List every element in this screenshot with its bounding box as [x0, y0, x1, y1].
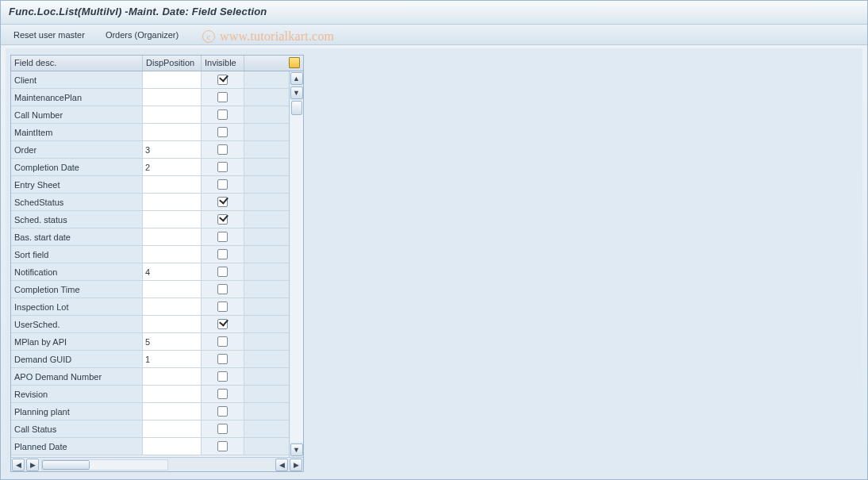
invisible-checkbox[interactable] [217, 92, 228, 102]
invisible-checkbox[interactable] [217, 301, 228, 312]
table-row[interactable]: Planning plant [11, 403, 289, 420]
scroll-right-end-button[interactable]: ▶ [290, 459, 302, 471]
col-header-field-desc[interactable]: Field desc. [11, 56, 143, 71]
table-row[interactable]: Inspection Lot [11, 298, 289, 316]
invisible-checkbox[interactable] [217, 319, 228, 329]
table-row[interactable]: Bas. start date [11, 228, 289, 246]
invisible-checkbox[interactable] [217, 232, 228, 242]
table-row[interactable]: Revision [11, 386, 289, 403]
reset-user-master-button[interactable]: Reset user master [9, 29, 90, 41]
invisible-checkbox[interactable] [217, 424, 228, 434]
disp-position-cell [143, 316, 202, 332]
scroll-down-button[interactable]: ▼ [290, 86, 303, 99]
disp-position-input[interactable] [143, 106, 201, 123]
disp-position-cell [143, 386, 202, 402]
scroll-up-button[interactable]: ▲ [290, 72, 303, 85]
invisible-cell [202, 316, 244, 332]
horizontal-scrollbar[interactable]: ◀ ▶ ◀ ▶ [11, 457, 303, 471]
disp-position-input[interactable] [143, 228, 201, 245]
disp-position-cell [143, 228, 202, 245]
vertical-scroll-thumb[interactable] [291, 101, 302, 115]
invisible-checkbox[interactable] [217, 389, 228, 399]
disp-position-input[interactable] [143, 263, 201, 280]
table-settings-icon[interactable] [289, 57, 300, 68]
disp-position-input[interactable] [143, 368, 201, 385]
table-row[interactable]: Client [11, 71, 289, 89]
invisible-cell [202, 281, 244, 298]
disp-position-input[interactable] [143, 211, 201, 228]
disp-position-input[interactable] [143, 159, 201, 175]
invisible-checkbox[interactable] [217, 406, 228, 417]
table-row[interactable]: Entry Sheet [11, 176, 289, 194]
table-row[interactable]: Call Status [11, 420, 289, 438]
table-row[interactable]: MaintenancePlan [11, 89, 289, 106]
disp-position-input[interactable] [143, 438, 201, 455]
table-row[interactable]: Order [11, 141, 289, 159]
horizontal-scroll-track[interactable] [41, 459, 168, 470]
disp-position-input[interactable] [143, 403, 201, 420]
invisible-checkbox[interactable] [217, 371, 228, 382]
col-header-invisible[interactable]: Invisible [202, 56, 244, 71]
scroll-right-step-button[interactable]: ▶ [26, 459, 39, 471]
table-row[interactable]: Completion Time [11, 281, 289, 298]
table-row[interactable]: MPlan by API [11, 333, 289, 351]
row-filler [244, 438, 289, 455]
disp-position-input[interactable] [143, 386, 201, 402]
invisible-checkbox[interactable] [217, 179, 228, 190]
table-row[interactable]: SchedStatus [11, 194, 289, 211]
horizontal-scroll-thumb[interactable] [42, 460, 90, 470]
disp-position-input[interactable] [143, 89, 201, 106]
table-row[interactable]: Notification [11, 263, 289, 281]
disp-position-input[interactable] [143, 420, 201, 437]
table-row[interactable]: Sort field [11, 246, 289, 263]
invisible-checkbox[interactable] [217, 441, 228, 451]
invisible-cell [202, 351, 244, 367]
table-row[interactable]: Call Number [11, 106, 289, 124]
invisible-checkbox[interactable] [217, 249, 228, 259]
titlebar: Func.Loc.List(Multilvl) -Maint. Date: Fi… [1, 1, 867, 25]
invisible-checkbox[interactable] [217, 354, 228, 364]
disp-position-input[interactable] [143, 246, 201, 263]
scroll-left-end-button[interactable]: ◀ [275, 459, 288, 471]
table-row[interactable]: Sched. status [11, 211, 289, 228]
orders-organizer-button[interactable]: Orders (Organizer) [101, 29, 183, 41]
disp-position-input[interactable] [143, 176, 201, 193]
table-row[interactable]: UserSched. [11, 316, 289, 333]
disp-position-input[interactable] [143, 141, 201, 158]
disp-position-input[interactable] [143, 298, 201, 315]
row-filler [244, 298, 289, 315]
invisible-checkbox[interactable] [217, 109, 228, 120]
disp-position-input[interactable] [143, 333, 201, 350]
invisible-checkbox[interactable] [217, 162, 228, 172]
invisible-checkbox[interactable] [217, 75, 228, 85]
table-row[interactable]: Completion Date [11, 159, 289, 176]
disp-position-input[interactable] [143, 281, 201, 298]
field-desc-cell: Call Number [11, 106, 143, 123]
table-row[interactable]: Demand GUID [11, 351, 289, 368]
scroll-bottom-button[interactable]: ▼ [290, 444, 303, 456]
scroll-left-button[interactable]: ◀ [12, 459, 25, 471]
disp-position-cell [143, 141, 202, 158]
invisible-checkbox[interactable] [217, 214, 228, 225]
vertical-scroll-track[interactable] [290, 101, 303, 442]
row-filler [244, 106, 289, 123]
invisible-checkbox[interactable] [217, 284, 228, 294]
invisible-checkbox[interactable] [217, 267, 228, 277]
disp-position-cell [143, 403, 202, 420]
invisible-checkbox[interactable] [217, 144, 228, 155]
toolbar: Reset user master Orders (Organizer) [1, 25, 867, 45]
col-header-disp-position[interactable]: DispPosition [143, 56, 202, 71]
table-row[interactable]: Planned Date [11, 438, 289, 455]
table-row[interactable]: APO Demand Number [11, 368, 289, 386]
disp-position-input[interactable] [143, 351, 201, 367]
vertical-scrollbar[interactable]: ▲ ▼ ▼ [289, 71, 303, 457]
disp-position-input[interactable] [143, 124, 201, 140]
invisible-cell [202, 263, 244, 280]
disp-position-input[interactable] [143, 194, 201, 210]
table-row[interactable]: MaintItem [11, 124, 289, 141]
invisible-checkbox[interactable] [217, 127, 228, 137]
invisible-checkbox[interactable] [217, 197, 228, 207]
disp-position-input[interactable] [143, 316, 201, 332]
invisible-checkbox[interactable] [217, 336, 228, 347]
disp-position-input[interactable] [143, 71, 201, 88]
